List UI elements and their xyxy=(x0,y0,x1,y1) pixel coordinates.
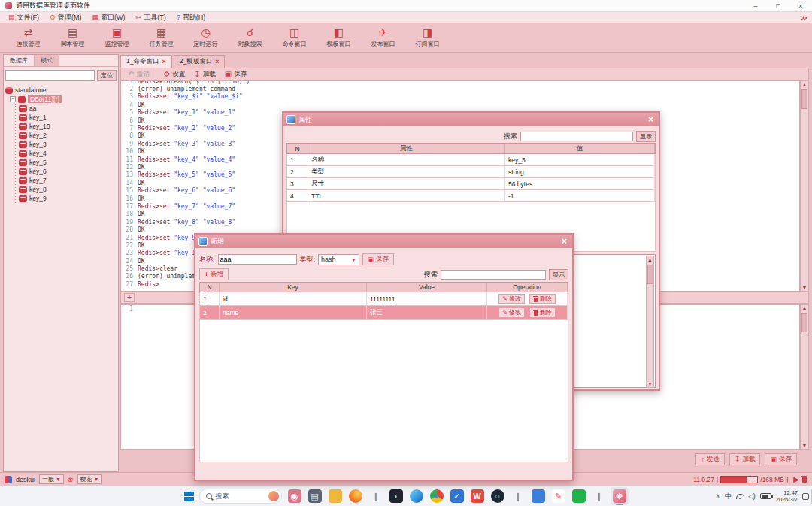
toolbar-button-publish-window[interactable]: ✈ 发布窗口 xyxy=(361,27,405,48)
edit-button[interactable]: ✎ 修改 xyxy=(498,294,525,304)
locate-button[interactable]: 定位 xyxy=(97,70,117,81)
toolbar-button-schedule[interactable]: ◷ 定时运行 xyxy=(183,27,228,48)
tree-filter-input[interactable] xyxy=(5,70,95,81)
menu-item-file[interactable]: ▤ 文件(F) xyxy=(3,12,44,23)
edit-button[interactable]: ✎ 修改 xyxy=(498,308,525,317)
properties-table-row[interactable]: 1 名称 key_3 xyxy=(286,154,656,166)
toolbar-button-task[interactable]: ▦ 任务管理 xyxy=(139,27,183,48)
tray-clock[interactable]: 12:47 2026/3/7 xyxy=(776,489,798,503)
start-button[interactable] xyxy=(184,492,194,501)
scroll-thumb[interactable] xyxy=(801,313,807,332)
toolbar-button-connection[interactable]: ⇄ 连接管理 xyxy=(6,27,50,48)
tree-key-node[interactable]: key_4 xyxy=(19,149,117,158)
tree-key-node[interactable]: key_2 xyxy=(19,131,117,140)
undo-button[interactable]: ↶ 撤销 xyxy=(124,69,153,80)
taskbar-app-deskui[interactable]: ❋ xyxy=(611,487,629,505)
taskbar-app-edge[interactable] xyxy=(408,487,426,505)
theme-dropdown[interactable]: 樱花▼ xyxy=(77,474,102,484)
wifi-icon[interactable] xyxy=(736,494,744,499)
tree-key-node[interactable]: key_6 xyxy=(19,167,117,176)
toolbar-button-script[interactable]: ▤ 脚本管理 xyxy=(50,27,95,48)
taskbar-app-app-blue[interactable] xyxy=(529,487,547,505)
show-button[interactable]: 显示 xyxy=(549,269,568,280)
entries-table-row[interactable]: 1 id 11111111 ✎ 修改 删除 xyxy=(199,292,568,306)
sidebar-tab-database[interactable]: 数据库 xyxy=(4,55,35,66)
taskbar-app-contacts[interactable]: ◉ xyxy=(286,487,304,505)
show-button[interactable]: 显示 xyxy=(636,131,656,142)
tree-key-node[interactable]: key_8 xyxy=(19,185,117,194)
tree-key-node[interactable]: aa xyxy=(19,104,117,113)
value-panel-scrollbar[interactable]: ▲ ▼ xyxy=(646,256,654,388)
add-row-button[interactable]: + xyxy=(124,293,135,302)
menu-item-help[interactable]: ? 帮助(H) xyxy=(171,12,211,23)
editor-line[interactable]: 3 Redis>set "key_$i" "value_$i" xyxy=(121,93,799,101)
scroll-up-icon[interactable]: ▲ xyxy=(802,305,807,311)
toolbar-button-template-window[interactable]: ◧ 模板窗口 xyxy=(317,27,361,48)
taskbar-app-firefox[interactable] xyxy=(347,487,365,505)
save-button-bottom[interactable]: ▣ 保存 xyxy=(765,453,797,465)
taskbar-app-steam[interactable]: ○ xyxy=(489,487,507,505)
editor-scrollbar[interactable]: ▲ ▼ xyxy=(800,80,809,292)
send-button[interactable]: ↑ 发送 xyxy=(695,453,725,465)
taskbar-app-wecom[interactable] xyxy=(570,487,588,505)
tree-key-node[interactable]: key_5 xyxy=(19,158,117,167)
load-button[interactable]: ↧ 加载 xyxy=(190,69,219,80)
tree-key-node[interactable]: key_1 xyxy=(19,113,117,122)
menu-item-window[interactable]: ▦ 窗口(W) xyxy=(87,12,131,23)
scroll-down-icon[interactable]: ▼ xyxy=(802,442,807,449)
properties-table-row[interactable]: 3 尺寸 56 bytes xyxy=(286,178,656,190)
minimize-button[interactable]: – xyxy=(744,0,767,11)
scroll-down-icon[interactable]: ▼ xyxy=(802,284,807,291)
taskbar-app-device[interactable]: ▤ xyxy=(306,487,324,505)
collapse-icon[interactable]: − xyxy=(10,96,16,102)
close-button[interactable]: × xyxy=(789,0,812,11)
dialog-save-button[interactable]: ▣ 保存 xyxy=(362,253,394,265)
editor-line[interactable]: 2 (error) unimplement command xyxy=(121,85,799,92)
tree-key-node[interactable]: key_10 xyxy=(19,122,117,131)
clear-log-button[interactable] xyxy=(801,476,807,483)
properties-search-input[interactable] xyxy=(520,132,633,141)
menu-item-manage[interactable]: ⚙ 管理(M) xyxy=(44,12,87,23)
taskbar-app-voice-2[interactable]: ❙ xyxy=(509,487,527,505)
menu-item-tools[interactable]: ✂ 工具(T) xyxy=(131,12,171,23)
toolbar-button-command-window[interactable]: ◫ 命令窗口 xyxy=(272,27,317,48)
notification-icon[interactable] xyxy=(802,493,809,500)
scroll-up-icon[interactable]: ▲ xyxy=(647,256,653,263)
taskbar-app-wps[interactable]: W xyxy=(468,487,486,505)
name-input[interactable] xyxy=(218,254,297,265)
scroll-up-icon[interactable]: ▲ xyxy=(802,81,807,88)
taskbar-app-explorer[interactable] xyxy=(326,487,344,505)
dialog-close-icon[interactable]: × xyxy=(559,236,569,247)
scroll-down-icon[interactable]: ▼ xyxy=(647,380,653,387)
scroll-thumb[interactable] xyxy=(647,265,653,284)
editor-line[interactable]: 4 OK xyxy=(121,101,799,108)
add-entry-button[interactable]: + 新增 xyxy=(199,268,229,280)
tree-node-db0[interactable]: − DB0(11)[*] xyxy=(5,95,117,104)
tab-close-icon[interactable]: × xyxy=(162,58,165,65)
log-level-dropdown[interactable]: 一般▼ xyxy=(39,474,64,484)
delete-button[interactable]: 删除 xyxy=(529,308,556,317)
taskbar-app-voice-1[interactable]: ❙ xyxy=(367,487,385,505)
entries-search-input[interactable] xyxy=(441,270,546,280)
tree-key-node[interactable]: key_7 xyxy=(19,176,117,185)
properties-table-row[interactable]: 4 TTL -1 xyxy=(286,190,656,202)
entries-table-row[interactable]: 2 name 张三 ✎ 修改 删除 xyxy=(199,306,568,320)
tree-node-standalone[interactable]: standalone xyxy=(5,86,117,95)
result-scrollbar[interactable]: ▲ ▼ xyxy=(800,304,809,450)
taskbar-app-design[interactable]: ✎ xyxy=(550,487,568,505)
dialog-titlebar[interactable]: 属性 × xyxy=(283,113,659,126)
speaker-icon[interactable]: ◁) xyxy=(748,492,756,500)
ime-indicator[interactable]: 中 xyxy=(725,492,732,501)
taskbar-app-app-check[interactable]: ✓ xyxy=(448,487,466,505)
tab-close-icon[interactable]: × xyxy=(215,58,219,65)
taskbar-app-voice-3[interactable]: ❙ xyxy=(590,487,608,505)
taskbar-app-media[interactable]: ◗ xyxy=(387,487,405,505)
toolbar-button-subscribe-window[interactable]: ◨ 订阅窗口 xyxy=(405,27,450,48)
toolbar-button-object-search[interactable]: ☌ 对象搜索 xyxy=(228,27,272,48)
scroll-thumb[interactable] xyxy=(801,89,807,109)
toolbar-button-monitor[interactable]: ▣ 监控管理 xyxy=(95,27,139,48)
load-button-bottom[interactable]: ↧ 加载 xyxy=(729,453,761,465)
sidebar-tab-schema[interactable]: 模式 xyxy=(35,55,59,66)
maximize-button[interactable]: □ xyxy=(767,0,789,11)
workspace-tab[interactable]: 2_模板窗口 × xyxy=(174,55,226,68)
